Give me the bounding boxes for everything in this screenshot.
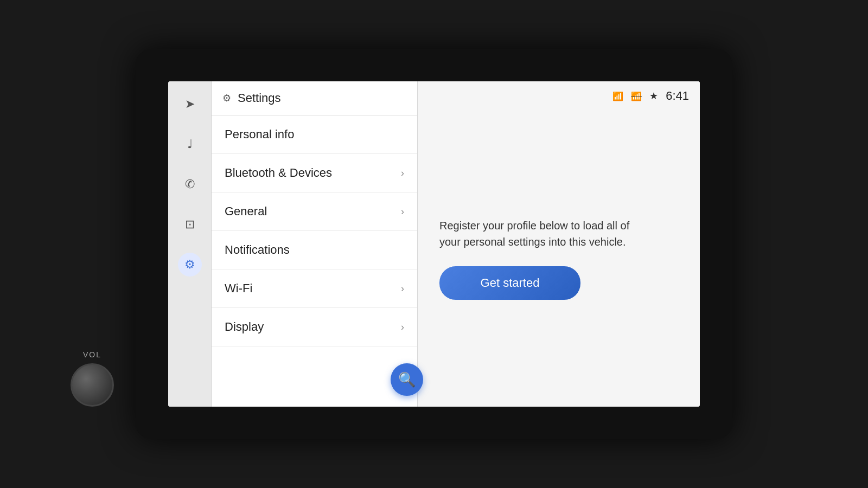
wifi-chevron-icon: ›	[401, 283, 404, 294]
notifications-label: Notifications	[225, 243, 290, 257]
general-chevron-icon: ›	[401, 206, 404, 217]
bluetooth-devices-label: Bluetooth & Devices	[225, 166, 332, 180]
personal-info-label: Personal info	[225, 127, 294, 142]
sidebar-item-phone[interactable]: ✆	[178, 172, 202, 196]
search-fab-button[interactable]: 🔍	[391, 363, 423, 396]
screen: ➤ ♩ ✆ ⊡ ⚙ ⚙ Settings Personal inf	[168, 81, 700, 407]
wifi-label: Wi-Fi	[225, 281, 252, 296]
clock: 6:41	[666, 89, 689, 103]
settings-icon: ⚙	[184, 258, 195, 272]
general-label: General	[225, 204, 267, 219]
settings-item-display[interactable]: Display ›	[212, 308, 417, 346]
wifi-off-icon: 📶	[631, 91, 642, 101]
settings-items: Personal info Bluetooth & Devices › Gene…	[212, 115, 417, 407]
content-panel: 📶 📶 ★ 6:41 Register your profile below t…	[418, 81, 700, 407]
volume-knob[interactable]	[71, 363, 114, 407]
sidebar-item-settings[interactable]: ⚙	[178, 253, 202, 277]
signal-icon: 📶	[612, 91, 623, 101]
settings-list: ⚙ Settings Personal info Bluetooth & Dev…	[212, 81, 418, 407]
settings-item-bluetooth-devices[interactable]: Bluetooth & Devices ›	[212, 154, 417, 192]
settings-item-wifi[interactable]: Wi-Fi ›	[212, 269, 417, 308]
bluetooth-chevron-icon: ›	[401, 168, 404, 179]
car-icon: ⊡	[185, 217, 195, 232]
sidebar-item-car[interactable]: ⊡	[178, 213, 202, 236]
settings-item-personal-info[interactable]: Personal info	[212, 115, 417, 154]
car-display: ➤ ♩ ✆ ⊡ ⚙ ⚙ Settings Personal inf	[136, 49, 732, 439]
volume-control: VOL	[71, 350, 114, 407]
status-bar: 📶 📶 ★ 6:41	[418, 81, 700, 111]
settings-title: Settings	[238, 91, 281, 105]
profile-description: Register your profile below to load all …	[439, 217, 646, 250]
sidebar-item-music[interactable]: ♩	[178, 132, 202, 156]
bluetooth-icon: ★	[649, 90, 658, 102]
sidebar-item-navigation[interactable]: ➤	[178, 92, 202, 116]
phone-icon: ✆	[185, 177, 195, 191]
music-icon: ♩	[187, 137, 193, 151]
vol-label: VOL	[83, 350, 101, 359]
search-icon: 🔍	[398, 371, 416, 388]
navigation-icon: ➤	[185, 97, 195, 111]
display-label: Display	[225, 320, 264, 334]
header-settings-icon: ⚙	[222, 92, 231, 104]
settings-header: ⚙ Settings	[212, 81, 417, 115]
get-started-button[interactable]: Get started	[439, 266, 580, 300]
sidebar: ➤ ♩ ✆ ⊡ ⚙	[168, 81, 212, 407]
content-body: Register your profile below to load all …	[418, 111, 700, 407]
settings-item-notifications[interactable]: Notifications	[212, 231, 417, 269]
settings-item-general[interactable]: General ›	[212, 192, 417, 231]
display-chevron-icon: ›	[401, 322, 404, 333]
